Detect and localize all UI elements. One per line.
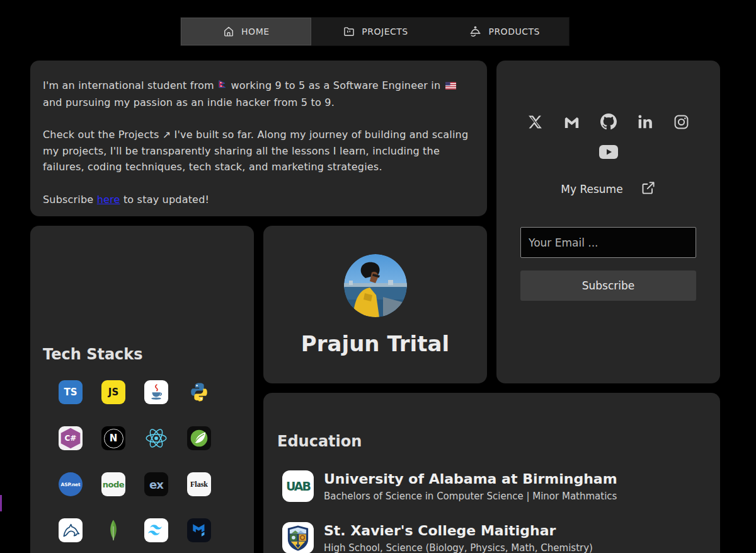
tab-products[interactable]: PRODUCTS bbox=[440, 18, 569, 45]
react-icon bbox=[144, 426, 168, 450]
education-item-st-xavier: St. Xavier's College Maitighar High Scho… bbox=[282, 522, 720, 553]
uab-logo: UAB bbox=[282, 470, 314, 502]
nepal-flag-icon bbox=[219, 78, 226, 95]
nodejs-glyph: node bbox=[103, 480, 124, 489]
social-icons-row bbox=[496, 114, 720, 130]
tab-home-label: HOME bbox=[241, 26, 269, 37]
intro-p1-text-c: and pursuing my passion as an indie hack… bbox=[43, 96, 335, 108]
instagram-icon[interactable] bbox=[673, 114, 689, 130]
resume-label: My Resume bbox=[561, 183, 622, 195]
express-glyph: ex bbox=[149, 478, 163, 491]
typescript-icon: TS bbox=[59, 380, 83, 404]
intro-card: I'm an international student from workin… bbox=[30, 61, 487, 216]
education-degree-detail: Bachelors of Science in Computer Science… bbox=[324, 491, 617, 502]
csharp-hexagon: C# bbox=[60, 428, 81, 449]
education-school-name: St. Xavier's College Maitighar bbox=[324, 523, 593, 538]
social-sidebar-card: My Resume Subscribe bbox=[496, 61, 720, 383]
education-school-name: University of Alabama at Birmingham bbox=[324, 471, 617, 487]
folder-icon bbox=[343, 25, 355, 38]
education-card: Education UAB University of Alabama at B… bbox=[263, 393, 720, 553]
linkedin-icon[interactable] bbox=[637, 114, 653, 130]
x-twitter-icon[interactable] bbox=[527, 114, 543, 130]
top-navigation: HOME PROJECTS PRODUCTS bbox=[181, 18, 569, 45]
st-xavier-crest-logo bbox=[282, 522, 314, 553]
flask-glyph: Flask bbox=[190, 480, 208, 489]
mongodb-icon bbox=[101, 518, 125, 542]
us-flag-icon bbox=[445, 78, 456, 95]
education-item-uab: UAB University of Alabama at Birmingham … bbox=[282, 470, 720, 502]
nodejs-icon: node bbox=[101, 472, 125, 496]
home-icon bbox=[222, 25, 235, 38]
tech-stacks-card: Tech Stacks TS JS C# N ASP.net node ex F… bbox=[30, 226, 254, 553]
aspnet-glyph: ASP.net bbox=[61, 482, 81, 487]
nextjs-icon: N bbox=[101, 426, 125, 450]
mysql-icon bbox=[59, 518, 83, 542]
gmail-icon[interactable] bbox=[563, 115, 580, 129]
profile-card: Prajun Trital bbox=[263, 226, 487, 383]
flask-icon: Flask bbox=[187, 472, 211, 496]
youtube-icon[interactable] bbox=[599, 145, 618, 159]
subscribe-here-link[interactable]: here bbox=[97, 194, 120, 206]
typescript-glyph: TS bbox=[64, 387, 77, 398]
tab-products-label: PRODUCTS bbox=[488, 26, 539, 37]
tailwind-icon bbox=[144, 518, 168, 542]
social-icons-row-2 bbox=[496, 145, 720, 159]
tab-projects[interactable]: PROJECTS bbox=[311, 18, 440, 45]
left-edge-artifact bbox=[0, 495, 2, 511]
avatar bbox=[344, 254, 407, 317]
intro-p3-text-a: Subscribe bbox=[43, 194, 93, 206]
csharp-glyph: C# bbox=[65, 434, 77, 443]
intro-p1-text-b: working 9 to 5 as a Software Engineer in bbox=[231, 79, 440, 91]
intro-paragraph-3: Subscribe here to stay updated! bbox=[43, 192, 474, 208]
intro-p3-text-b: to stay updated! bbox=[123, 194, 209, 206]
resume-link[interactable]: My Resume bbox=[561, 180, 655, 198]
spring-icon bbox=[187, 426, 211, 450]
nextjs-ring: N bbox=[104, 429, 123, 448]
tab-projects-label: PROJECTS bbox=[362, 26, 408, 37]
nextjs-glyph: N bbox=[110, 433, 118, 444]
external-link-icon bbox=[641, 180, 656, 198]
intro-paragraph-1: I'm an international student from workin… bbox=[43, 78, 474, 110]
intro-p1-text-a: I'm an international student from bbox=[43, 79, 214, 91]
csharp-icon: C# bbox=[59, 426, 83, 450]
python-icon bbox=[187, 380, 211, 404]
express-icon: ex bbox=[144, 472, 168, 496]
education-title: Education bbox=[277, 433, 720, 450]
material-ui-icon bbox=[187, 518, 211, 542]
aspnet-icon: ASP.net bbox=[59, 472, 83, 496]
email-input[interactable] bbox=[520, 227, 696, 258]
tech-grid: TS JS C# N ASP.net node ex Flask bbox=[49, 380, 254, 542]
github-icon[interactable] bbox=[600, 114, 617, 130]
javascript-glyph: JS bbox=[108, 387, 118, 398]
education-degree-detail: High School, Science (Biology, Physics, … bbox=[324, 542, 593, 553]
java-icon bbox=[144, 380, 168, 404]
serving-dish-icon bbox=[469, 25, 482, 38]
tab-home[interactable]: HOME bbox=[181, 18, 311, 45]
javascript-icon: JS bbox=[101, 380, 125, 404]
subscribe-button[interactable]: Subscribe bbox=[520, 271, 696, 301]
uab-logo-glyph: UAB bbox=[286, 479, 310, 493]
intro-paragraph-2: Check out the Projects ↗ I've built so f… bbox=[43, 127, 474, 175]
profile-name: Prajun Trital bbox=[263, 331, 487, 356]
tech-stacks-title: Tech Stacks bbox=[43, 346, 254, 363]
